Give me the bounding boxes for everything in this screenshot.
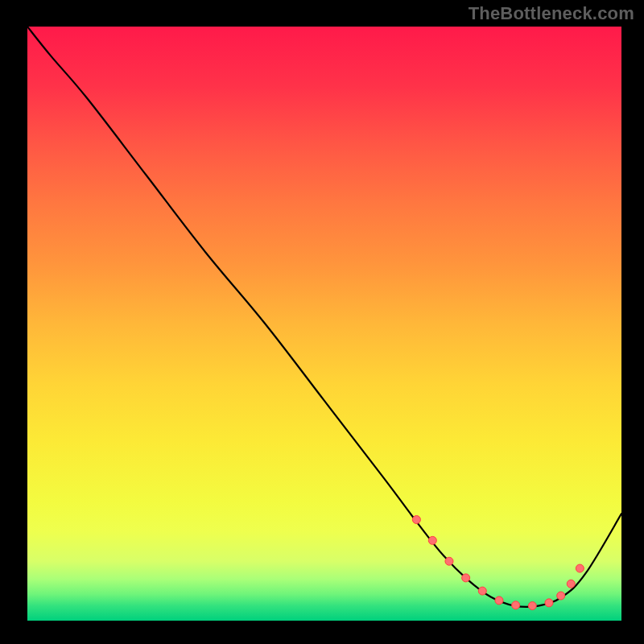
- data-marker: [528, 602, 536, 610]
- attribution-text: TheBottleneck.com: [469, 3, 634, 24]
- data-marker: [512, 601, 520, 609]
- data-marker: [412, 516, 420, 524]
- data-marker: [557, 592, 565, 600]
- data-marker: [495, 597, 503, 605]
- plot-area: [27, 27, 621, 621]
- data-marker: [478, 587, 486, 595]
- data-marker: [428, 536, 436, 544]
- data-marker: [567, 580, 575, 588]
- chart-frame: TheBottleneck.com: [0, 0, 644, 644]
- curve-layer: [27, 27, 621, 621]
- data-marker: [445, 557, 453, 565]
- bottleneck-curve: [27, 27, 621, 607]
- data-marker: [545, 599, 553, 607]
- data-marker: [576, 564, 584, 572]
- data-marker: [462, 574, 470, 582]
